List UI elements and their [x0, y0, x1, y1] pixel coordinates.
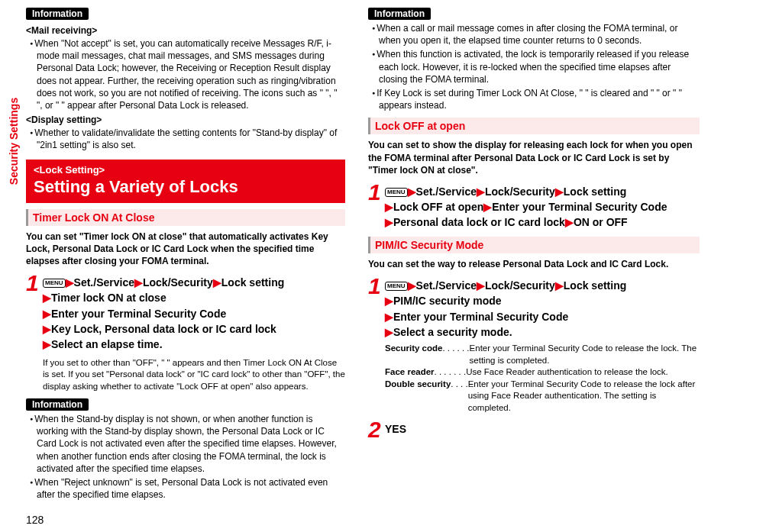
timer-step-1: 1 MENU▶Set./Service▶Lock/Security▶Lock s… — [26, 272, 345, 352]
nav-lock-setting: Lock setting — [564, 185, 626, 198]
nav-set-service: Set./Service — [74, 276, 134, 289]
arrow-icon: ▶ — [565, 216, 574, 228]
step-yes: YES — [385, 421, 700, 437]
pim-bar: PIM/IC Security Mode — [368, 237, 700, 253]
pim-step-2: 2 YES — [368, 418, 700, 441]
step-line: ▶Enter your Terminal Security Code — [43, 306, 345, 321]
nav-enter-code: Enter your Terminal Security Code — [51, 308, 226, 320]
side-tab-label: Security Settings — [8, 98, 20, 185]
step-line: ▶Enter your Terminal Security Code — [385, 309, 700, 324]
pim-intro: You can set the way to release Personal … — [368, 258, 700, 270]
info-tag: Information — [26, 8, 89, 20]
display-setting-item: Whether to validate/invalidate the setti… — [26, 127, 345, 151]
lockoff-step-1: 1 MENU▶Set./Service▶Lock/Security▶Lock s… — [368, 181, 700, 231]
nav-select-mode: Select a security mode. — [393, 326, 512, 338]
arrow-icon: ▶ — [385, 201, 393, 213]
info3-item3: If Key Lock is set during Timer Lock ON … — [368, 87, 700, 111]
right-column: Information When a call or mail message … — [359, 0, 718, 504]
step-line: ▶PIM/IC security mode — [385, 293, 700, 308]
info2-item1: When the Stand-by display is not shown, … — [26, 413, 345, 475]
arrow-icon: ▶ — [555, 185, 564, 198]
step-number-1: 1 — [368, 181, 385, 204]
arrow-icon: ▶ — [385, 295, 393, 307]
timer-lock-bar: Timer Lock ON At Close — [26, 209, 345, 226]
mode-desc: Use Face Reader authentication to releas… — [466, 366, 700, 379]
lock-setting-title: Setting a Variety of Locks — [34, 177, 238, 196]
nav-set-service: Set./Service — [416, 185, 477, 198]
info3-item2: When this function is activated, the loc… — [368, 48, 700, 85]
arrow-icon: ▶ — [134, 276, 143, 289]
arrow-icon: ▶ — [43, 323, 51, 335]
step-number-1: 1 — [26, 272, 43, 295]
info3-item1: When a call or mail message comes in aft… — [368, 22, 700, 47]
arrow-icon: ▶ — [555, 279, 564, 292]
nav-lock-setting: Lock setting — [564, 279, 626, 292]
step-line: MENU▶Set./Service▶Lock/Security▶Lock set… — [385, 184, 700, 199]
nav-lock-setting: Lock setting — [221, 276, 284, 289]
side-tab: Security Settings — [6, 92, 21, 191]
nav-lock-security: Lock/Security — [485, 279, 555, 292]
lock-off-intro: You can set to show the display for rele… — [368, 139, 700, 176]
nav-elapse: Select an elapse time. — [51, 338, 163, 350]
info-box-3: Information When a call or mail message … — [368, 8, 700, 111]
nav-enter-code: Enter your Terminal Security Code — [393, 311, 568, 323]
mode-desc: Enter your Terminal Security Code to rel… — [468, 379, 700, 414]
arrow-icon: ▶ — [408, 185, 416, 198]
mode-term: Face reader — [385, 366, 435, 379]
lock-setting-header: <Lock Setting> Setting a Variety of Lock… — [26, 160, 345, 203]
info-box-2: Information When the Stand-by display is… — [26, 398, 345, 501]
mail-receiving-head: <Mail receiving> — [26, 25, 345, 36]
step-line: ▶Select a security mode. — [385, 324, 700, 340]
info2-item2: When "Reject unknown" is set, Personal D… — [26, 476, 345, 501]
timer-lock-intro: You can set "Timer lock ON at close" tha… — [26, 231, 345, 268]
menu-icon: MENU — [385, 188, 408, 197]
dots: . . . . — [451, 379, 467, 414]
nav-lock-security: Lock/Security — [485, 185, 555, 198]
mode-term: Security code — [385, 343, 442, 366]
nav-set-service: Set./Service — [416, 279, 477, 292]
nav-timer-lock: Timer lock ON at close — [51, 292, 166, 304]
menu-icon: MENU — [385, 282, 408, 291]
pim-step-1: 1 MENU▶Set./Service▶Lock/Security▶Lock s… — [368, 275, 700, 414]
step-number-2: 2 — [368, 418, 385, 441]
arrow-icon: ▶ — [213, 276, 221, 289]
step-number-1: 1 — [368, 275, 385, 298]
arrow-icon: ▶ — [43, 308, 51, 320]
mail-receiving-item: When "Not accept" is set, you can automa… — [26, 37, 345, 111]
step-line: ▶Key Lock, Personal data lock or IC card… — [43, 321, 345, 337]
info-tag: Information — [26, 398, 89, 411]
arrow-icon: ▶ — [43, 338, 51, 350]
page-number: 128 — [26, 514, 44, 526]
step-line: ▶Lock OFF at open▶Enter your Terminal Se… — [385, 199, 700, 214]
arrow-icon: ▶ — [385, 216, 393, 228]
step-line: MENU▶Set./Service▶Lock/Security▶Lock set… — [385, 278, 700, 293]
menu-icon: MENU — [43, 279, 66, 288]
step-line: ▶Personal data lock or IC card lock▶ON o… — [385, 214, 700, 230]
arrow-icon: ▶ — [477, 185, 485, 198]
left-column: Information <Mail receiving> When "Not a… — [0, 0, 359, 504]
timer-note: If you set to other than "OFF", " " appe… — [26, 357, 345, 393]
mode-term: Double security — [385, 379, 451, 414]
step-line: MENU▶Set./Service▶Lock/Security▶Lock set… — [43, 275, 345, 290]
nav-lockoff: Lock OFF at open — [393, 201, 483, 213]
nav-enter-code: Enter your Terminal Security Code — [492, 201, 667, 213]
arrow-icon: ▶ — [385, 311, 393, 323]
arrow-icon: ▶ — [385, 326, 393, 338]
mode-definitions: Security code. . . . . .Enter your Termi… — [385, 343, 700, 414]
step-line: ▶Timer lock ON at close — [43, 290, 345, 305]
arrow-icon: ▶ — [43, 292, 51, 304]
info-box-1: Information <Mail receiving> When "Not a… — [26, 8, 345, 152]
lock-setting-pre: <Lock Setting> — [34, 164, 338, 176]
nav-pimic: PIM/IC security mode — [393, 295, 502, 307]
arrow-icon: ▶ — [477, 279, 485, 292]
page-columns: Information <Mail receiving> When "Not a… — [0, 0, 766, 504]
nav-onoff: ON or OFF — [574, 216, 628, 228]
nav-keylock: Key Lock, Personal data lock or IC card … — [51, 323, 276, 335]
lock-off-bar: Lock OFF at open — [368, 118, 700, 134]
dots: . . . . . . — [442, 343, 469, 366]
info-tag: Information — [368, 8, 431, 20]
mode-desc: Enter your Terminal Security Code to rel… — [470, 343, 700, 366]
arrow-icon: ▶ — [408, 279, 416, 292]
step-line: ▶Select an elapse time. — [43, 337, 345, 352]
nav-pd-ic: Personal data lock or IC card lock — [393, 216, 565, 228]
